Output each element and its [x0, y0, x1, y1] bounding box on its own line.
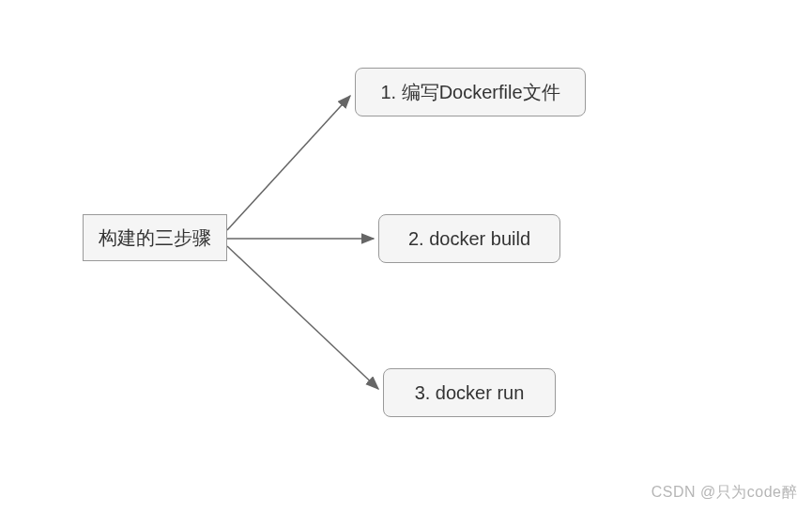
step-node-3: 3. docker run [383, 368, 556, 417]
step-node-2: 2. docker build [378, 214, 560, 263]
step-node-1-label: 1. 编写Dockerfile文件 [380, 80, 559, 105]
root-node-label: 构建的三步骤 [99, 225, 211, 251]
step-node-2-label: 2. docker build [408, 228, 530, 250]
watermark-text: CSDN @只为code醉 [651, 484, 797, 500]
step-node-1: 1. 编写Dockerfile文件 [355, 68, 586, 116]
svg-line-1 [227, 96, 350, 230]
step-node-3-label: 3. docker run [415, 382, 525, 404]
watermark: CSDN @只为code醉 [651, 483, 797, 503]
root-node: 构建的三步骤 [83, 214, 227, 261]
svg-line-3 [227, 246, 378, 389]
